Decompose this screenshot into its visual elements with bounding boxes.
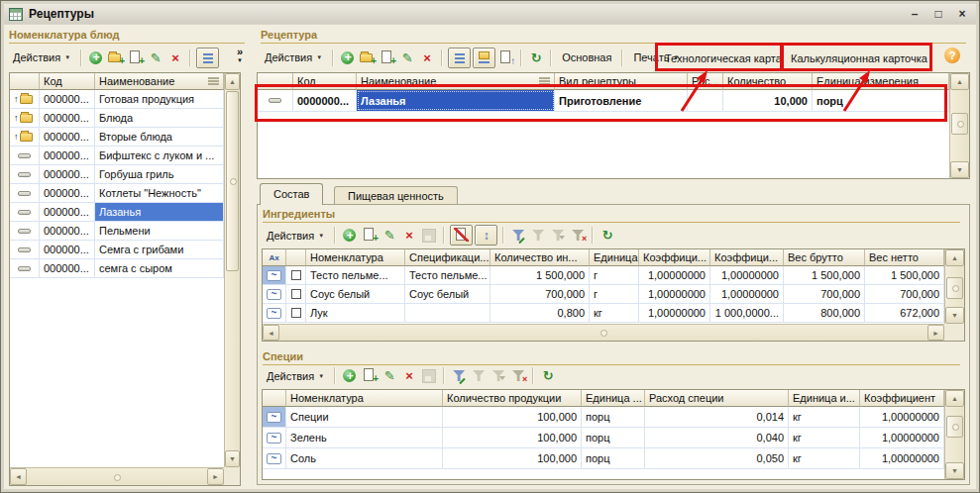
column-header-name[interactable]: Наименование: [95, 73, 224, 90]
vertical-scrollbar[interactable]: ▲ ▼: [949, 73, 969, 178]
table-row-selected[interactable]: 000000... Лазанья: [10, 203, 224, 222]
column-header-k1[interactable]: Коэффици...: [639, 249, 710, 266]
column-header-rate[interactable]: Расход специи: [645, 390, 789, 407]
tab-nutrition[interactable]: Пищевая ценность: [334, 186, 458, 205]
add-group-icon[interactable]: +: [107, 49, 125, 66]
filter-settings-icon[interactable]: [450, 367, 468, 384]
close-button[interactable]: ×: [953, 7, 971, 22]
hierarchy-view-button[interactable]: [448, 48, 471, 68]
include-checkbox[interactable]: [286, 266, 306, 284]
table-row[interactable]: 000000... Горбуша гриль: [10, 165, 224, 184]
column-header-icon[interactable]: [258, 73, 293, 90]
minimize-button[interactable]: –: [906, 7, 924, 22]
go-up-level-icon[interactable]: ↑: [497, 49, 515, 66]
column-header-ras[interactable]: Рас...: [688, 73, 723, 90]
help-button[interactable]: ?: [944, 48, 960, 63]
add-icon[interactable]: +: [87, 49, 105, 66]
table-row[interactable]: 000000... Бифштекс с луком и ...: [10, 147, 224, 165]
add-group-icon[interactable]: +: [359, 49, 377, 66]
column-header-code[interactable]: Код: [293, 73, 357, 90]
column-header-net[interactable]: Вес нетто: [865, 249, 944, 266]
column-header-k[interactable]: Коэффициент: [860, 390, 944, 407]
add-icon[interactable]: +: [341, 367, 359, 384]
toggle-markup-button[interactable]: [450, 225, 473, 246]
delete-icon[interactable]: ×: [418, 49, 436, 66]
include-checkbox[interactable]: [286, 304, 306, 322]
column-header-unit2[interactable]: Единица и...: [789, 390, 860, 407]
refresh-icon[interactable]: ↻: [599, 227, 616, 244]
actions-button[interactable]: Действия ▼: [261, 368, 330, 384]
refresh-icon[interactable]: ↻: [527, 49, 545, 66]
column-header-qty[interactable]: Количество продукции: [443, 390, 582, 407]
column-header-name[interactable]: Номенклатура: [286, 390, 443, 407]
scroll-left-icon[interactable]: ◄: [263, 325, 279, 341]
scrollbar-thumb[interactable]: [946, 277, 963, 299]
scroll-down-icon[interactable]: ▼: [225, 450, 240, 467]
add-icon[interactable]: +: [341, 227, 359, 244]
list-view-button[interactable]: [473, 48, 495, 68]
refresh-icon[interactable]: ↻: [539, 367, 557, 384]
table-row[interactable]: ~ Соус белый Соус белый 700,000 г 1,0000…: [263, 285, 944, 304]
scroll-up-icon[interactable]: ▲: [945, 390, 964, 407]
edit-icon[interactable]: ✎: [147, 49, 164, 66]
table-row[interactable]: 000000... Пельмени: [10, 222, 224, 241]
maximize-button[interactable]: □: [929, 7, 947, 22]
table-row[interactable]: ↑ 000000... Блюда: [10, 109, 224, 128]
column-header-unit[interactable]: Единица измерения: [813, 73, 949, 90]
table-row[interactable]: ↑ 000000... Вторые блюда: [10, 128, 224, 147]
column-header-name[interactable]: Номенклатура: [306, 249, 405, 266]
column-header-type[interactable]: Вид рецептуры: [555, 73, 688, 90]
calc-card-button[interactable]: Калькуляционная карточка: [785, 48, 933, 67]
table-row[interactable]: ~ Зелень 100,000 порц 0,040 кг 1,0000000…: [263, 428, 944, 448]
delete-icon[interactable]: ×: [400, 227, 418, 244]
table-row[interactable]: ↑ 000000... Готовая продукция: [10, 90, 224, 109]
table-row[interactable]: ~ Тесто пельме... Тесто пельме... 1 500,…: [263, 266, 944, 285]
column-header-icon[interactable]: [263, 390, 286, 407]
add-icon[interactable]: +: [339, 49, 357, 66]
table-row[interactable]: ~ Соль 100,000 порц 0,050 кг 1,00000000: [263, 448, 944, 469]
scrollbar-thumb[interactable]: [226, 91, 239, 271]
scroll-left-icon[interactable]: ◄: [10, 468, 27, 485]
delete-icon[interactable]: ×: [166, 49, 184, 66]
edit-icon[interactable]: ✎: [381, 367, 398, 384]
table-row[interactable]: 000000... Семга с грибами: [10, 241, 224, 259]
include-checkbox[interactable]: [286, 285, 306, 303]
copy-icon[interactable]: +: [379, 49, 396, 66]
scrollbar-thumb[interactable]: [951, 113, 968, 135]
horizontal-scrollbar[interactable]: ◄ ►: [263, 324, 944, 341]
edit-icon[interactable]: ✎: [398, 49, 416, 66]
hierarchy-view-button[interactable]: [196, 48, 219, 68]
column-header-spec[interactable]: Спецификаци...: [405, 249, 490, 266]
scroll-up-icon[interactable]: ▲: [945, 249, 964, 266]
scroll-right-icon[interactable]: ►: [207, 468, 224, 485]
filter-settings-icon[interactable]: [509, 227, 527, 244]
column-header-name[interactable]: Наименование: [357, 73, 555, 90]
vertical-scrollbar[interactable]: ▲ ▼: [224, 73, 240, 467]
copy-icon[interactable]: +: [361, 367, 379, 384]
scroll-right-icon[interactable]: ►: [927, 325, 944, 341]
tab-composition[interactable]: Состав: [260, 183, 323, 205]
tech-card-button[interactable]: Технологическая карта: [659, 48, 788, 67]
scroll-up-icon[interactable]: ▲: [225, 73, 240, 90]
column-header-gross[interactable]: Вес брутто: [784, 249, 865, 266]
column-header-code[interactable]: Код: [40, 73, 95, 90]
column-header-icon[interactable]: [10, 73, 40, 90]
column-header-qty[interactable]: Количество: [723, 73, 813, 90]
copy-icon[interactable]: +: [361, 227, 379, 244]
copy-icon[interactable]: +: [127, 49, 145, 66]
column-header-k2[interactable]: Коэффици...: [710, 249, 784, 266]
column-header-unit[interactable]: Единица: [590, 249, 639, 266]
clear-filter-icon[interactable]: ×: [509, 367, 527, 384]
actions-button[interactable]: Действия ▼: [7, 49, 76, 65]
column-header-auto[interactable]: Ах: [263, 249, 286, 266]
sort-toggle-button[interactable]: ↕: [475, 225, 497, 246]
more-buttons-icon[interactable]: »▼: [232, 48, 248, 67]
scroll-down-icon[interactable]: ▼: [945, 462, 964, 479]
title-bar[interactable]: Рецептуры – □ ×: [4, 4, 976, 24]
actions-button[interactable]: Действия ▼: [259, 49, 328, 65]
scroll-down-icon[interactable]: ▼: [945, 307, 964, 324]
delete-icon[interactable]: ×: [400, 367, 418, 384]
column-header-qty[interactable]: Количество ин...: [490, 249, 590, 266]
table-row[interactable]: 000000... Котлеты "Нежность": [10, 184, 224, 203]
scrollbar-thumb[interactable]: [946, 416, 963, 438]
